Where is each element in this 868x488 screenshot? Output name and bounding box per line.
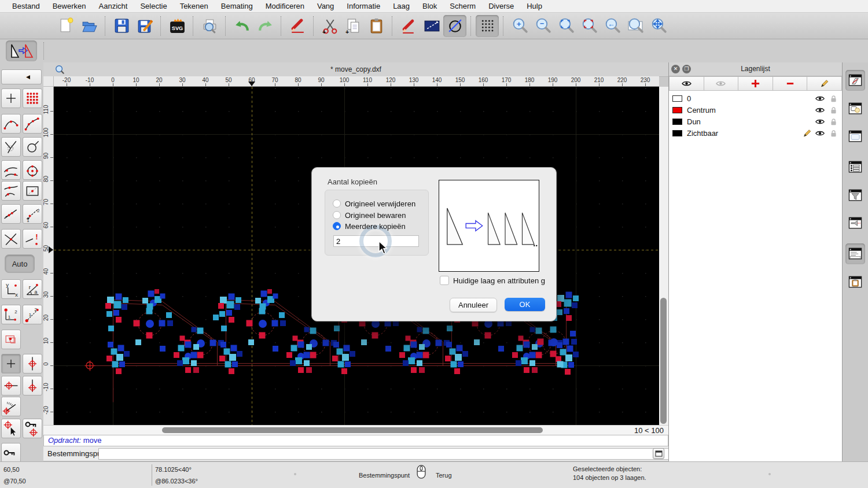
svg-export-button[interactable]: SVG (165, 15, 189, 37)
set-relative-zero-button[interactable] (1, 419, 21, 438)
menu-diverse[interactable]: Diverse (482, 0, 520, 13)
save-as-button[interactable] (133, 15, 156, 37)
radio-option-2[interactable]: Origineel bewaren (333, 210, 406, 220)
add-layer-button[interactable] (738, 76, 773, 91)
move-copy-tool-button[interactable] (6, 40, 37, 61)
menu-bewerken[interactable]: Bewerken (46, 0, 93, 13)
hide-all-eye-button[interactable] (704, 76, 739, 91)
detach-panel-icon[interactable]: ❐ (682, 65, 691, 73)
radio-option-1[interactable]: Origineel verwijderen (333, 199, 415, 208)
open-file-button[interactable] (78, 15, 101, 37)
snap-on-entity-button[interactable] (1, 181, 21, 201)
zoom-selection-button[interactable] (624, 15, 647, 37)
new-file-button[interactable] (54, 15, 78, 37)
grid-snap-button[interactable] (23, 88, 42, 108)
snap-reference-button[interactable]: 12 (23, 204, 42, 224)
menu-bemating[interactable]: Bemating (215, 0, 259, 13)
use-current-layer-option[interactable]: Huidige laag en attributen g (440, 276, 545, 285)
layer-visibility-icon[interactable] (815, 130, 825, 137)
menu-selectie[interactable]: Selectie (134, 0, 173, 13)
snap-intersection-button[interactable] (1, 229, 21, 249)
command-options-button[interactable] (653, 448, 664, 459)
layer-visibility-icon[interactable] (815, 95, 825, 102)
dock-blocks-button[interactable] (845, 98, 865, 119)
menu-vang[interactable]: Vang (311, 0, 340, 13)
zoom-auto-button[interactable] (554, 15, 578, 37)
back-button[interactable]: ◀ (1, 69, 42, 84)
snap-center-button[interactable] (23, 160, 42, 180)
command-input[interactable] (98, 448, 698, 460)
menu-informatie[interactable]: Informatie (340, 0, 387, 13)
dock-views-button[interactable] (845, 126, 865, 147)
radio-option-3[interactable]: Meerdere kopieën (333, 221, 406, 231)
vertical-scrollbar-thumb[interactable] (660, 298, 667, 424)
layer-lock-icon[interactable] (828, 95, 838, 102)
grid-toggle-button[interactable] (476, 15, 499, 37)
menu-aanzicht[interactable]: Aanzicht (93, 0, 134, 13)
copy-button[interactable]: + (341, 15, 365, 37)
zoom-window-button[interactable] (578, 15, 601, 37)
layer-color-swatch[interactable] (672, 107, 682, 113)
snap-perpendicular-button[interactable]: ! (23, 229, 42, 249)
coord-polar-button[interactable]: ra (23, 279, 42, 299)
snap-entity-button[interactable] (23, 137, 42, 157)
radio-selected[interactable] (333, 222, 341, 230)
layer-row-Dun[interactable]: Dun (669, 116, 842, 127)
layer-lock-icon[interactable] (828, 118, 838, 125)
restrict-vertical-button[interactable] (23, 376, 42, 395)
pencil-button[interactable] (397, 15, 420, 37)
zoom-in-button[interactable]: + (508, 15, 531, 37)
restrict-shape-button[interactable] (1, 330, 21, 349)
snap-tangent-button[interactable] (1, 160, 21, 180)
lock-zero-button[interactable] (1, 443, 21, 463)
layer-color-swatch[interactable] (672, 95, 682, 102)
angle-protractor-button[interactable] (1, 397, 21, 416)
restrict-off-button[interactable] (1, 354, 21, 374)
lock-relative-zero-button[interactable] (23, 419, 42, 438)
layer-lock-icon[interactable] (828, 106, 838, 114)
layer-visibility-icon[interactable] (815, 118, 825, 125)
menu-blok[interactable]: Blok (416, 0, 443, 13)
remove-layer-button[interactable] (773, 76, 808, 91)
restrict-orthogonal-button[interactable] (23, 354, 42, 374)
horizontal-scrollbar[interactable]: 10 < 100 (43, 425, 668, 435)
layer-row-0[interactable]: 0 (669, 93, 842, 104)
redo-button[interactable] (253, 15, 277, 37)
save-button[interactable] (110, 15, 133, 37)
restrict-horizontal-button[interactable] (1, 376, 21, 395)
dock-command-line-button[interactable] (845, 243, 865, 264)
paste-button[interactable] (365, 15, 388, 37)
layer-color-swatch[interactable] (672, 119, 682, 125)
undo-button[interactable] (230, 15, 253, 37)
snap-free-button[interactable] (1, 114, 21, 134)
checkbox[interactable] (440, 276, 449, 285)
dock-pen-button[interactable] (845, 213, 865, 234)
snap-intersection-auto-button[interactable] (1, 137, 21, 157)
dock-selection-filter-button[interactable] (845, 185, 865, 206)
radio-unselected[interactable] (333, 211, 341, 219)
zoom-out-button[interactable]: − (531, 15, 554, 37)
snap-points-button[interactable] (23, 114, 42, 134)
circle-slash-button[interactable] (443, 15, 466, 37)
print-preview-button[interactable] (198, 15, 221, 37)
zoom-previous-button[interactable]: ← (601, 15, 624, 37)
eraser-button[interactable] (286, 15, 309, 37)
measure-button[interactable] (420, 15, 443, 37)
ok-button[interactable]: OK (505, 298, 545, 311)
dock-layers-button[interactable] (845, 70, 865, 91)
snap-distance-button[interactable] (1, 204, 21, 224)
layer-lock-icon[interactable] (828, 130, 838, 137)
close-panel-icon[interactable]: ✕ (671, 65, 680, 73)
menu-scherm[interactable]: Scherm (443, 0, 482, 13)
zoom-pan-button[interactable] (647, 15, 670, 37)
menu-modificeren[interactable]: Modificeren (259, 0, 311, 13)
cut-button[interactable]: + (318, 15, 341, 37)
show-all-eye-button[interactable] (669, 76, 704, 91)
layer-row-Zichtbaar[interactable]: Zichtbaar (669, 127, 842, 139)
crosshair-plus-button[interactable] (1, 88, 21, 108)
menu-hulp[interactable]: Hulp (520, 0, 549, 13)
layer-visibility-icon[interactable] (815, 106, 825, 114)
coord-relative-polar-button[interactable]: 12 (23, 305, 42, 324)
edit-layer-button[interactable] (807, 76, 842, 91)
radio-unselected[interactable] (333, 199, 341, 208)
